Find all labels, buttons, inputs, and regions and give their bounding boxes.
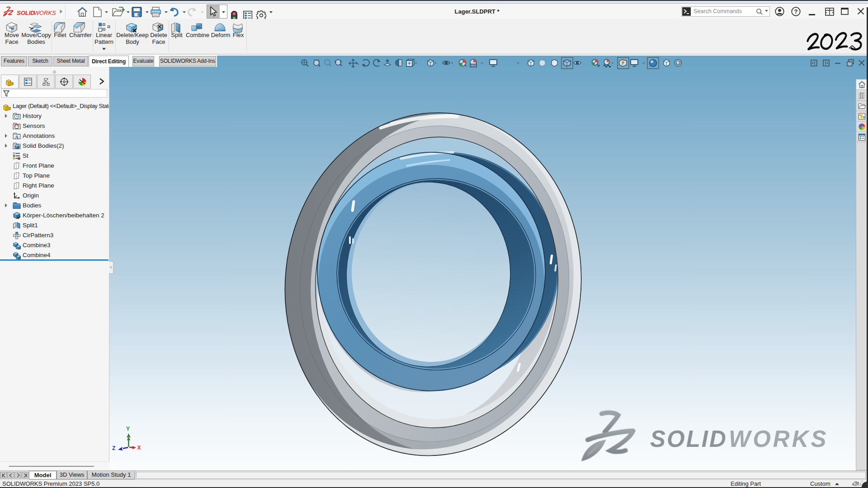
svg-text:A: A — [15, 134, 19, 140]
svg-text:Z: Z — [112, 445, 115, 451]
svg-text:WORKS: WORKS — [34, 9, 56, 16]
svg-text:Y: Y — [126, 426, 130, 432]
svg-text:X: X — [137, 445, 141, 451]
svg-text:WORKS: WORKS — [729, 426, 828, 452]
svg-text:SOLID: SOLID — [650, 426, 727, 452]
svg-text:SOLID: SOLID — [17, 9, 35, 16]
svg-text:?: ? — [794, 8, 798, 15]
